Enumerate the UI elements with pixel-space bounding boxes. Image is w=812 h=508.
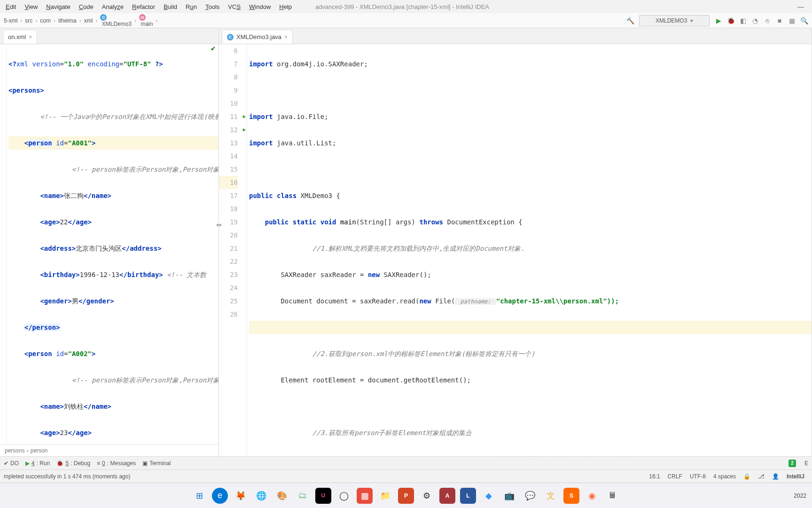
profiler-icon[interactable]: ◔	[750, 16, 760, 26]
app-icon[interactable]: 文	[543, 488, 559, 504]
wechat-icon[interactable]: 💬	[522, 488, 538, 504]
os-taskbar: ⊞ e 🦊 🌐 🎨 🗂 IJ ◯ ▦ 📁 P ⚙ A L ◆ 📺 💬 文 S ◉…	[0, 483, 812, 508]
editor-split: on.xml × ✔ <?xml version="1.0" encoding=…	[0, 28, 812, 456]
right-editor: ⇔ C XMLDemo3.java × 67891011121314151617…	[219, 28, 812, 456]
window-title: advanced-399 - XMLDemo3.java [chapter-15…	[315, 3, 489, 10]
build-icon[interactable]: 🔨	[625, 16, 635, 26]
bc-item[interactable]: person	[31, 447, 48, 454]
app-icon[interactable]: 🗂	[295, 488, 311, 504]
explorer-icon[interactable]: 📁	[377, 488, 393, 504]
layout-icon[interactable]: ▦	[787, 16, 797, 26]
left-tab-bar: on.xml ×	[0, 28, 219, 44]
dingtalk-icon[interactable]: ◆	[481, 488, 497, 504]
ide-brand: IntelliJ	[787, 473, 804, 480]
xml-code-area[interactable]: <?xml version="1.0" encoding="UTF-8" ?> …	[0, 44, 219, 456]
git-icon[interactable]: ⎇	[758, 473, 765, 480]
app-icon[interactable]: ▦	[357, 488, 373, 504]
close-icon[interactable]: ×	[284, 34, 288, 40]
file-label: XMLDemo3.java	[236, 33, 281, 40]
file-encoding[interactable]: UTF-8	[690, 473, 706, 480]
left-editor: on.xml × ✔ <?xml version="1.0" encoding=…	[0, 28, 219, 456]
attach-icon[interactable]: ⎋	[762, 16, 773, 26]
lock-icon[interactable]: 🔒	[743, 473, 750, 480]
start-icon[interactable]: ⊞	[191, 488, 207, 504]
calculator-icon[interactable]: 🖩	[605, 488, 621, 504]
event-log-toolwindow[interactable]: E	[804, 460, 808, 467]
postman-icon[interactable]: ◉	[584, 488, 600, 504]
right-tab-bar: C XMLDemo3.java ×	[219, 28, 812, 44]
menu-window[interactable]: Window	[245, 1, 274, 12]
crumb-module[interactable]: 5-xml	[2, 16, 19, 25]
java-code-area[interactable]: 67891011121314151617181920212223242526 ▶…	[219, 44, 812, 456]
status-bar: mpleted successfully in 1 s 474 ms (mome…	[0, 469, 812, 483]
menubar: EEditdit View Navigate Code Analyze Refa…	[0, 0, 812, 13]
java-code[interactable]: import org.dom4j.io.SAXReader; import ja…	[247, 44, 812, 456]
intellij-icon[interactable]: IJ	[315, 488, 331, 504]
menu-help[interactable]: Help	[275, 1, 296, 12]
caret-position[interactable]: 16:1	[649, 473, 660, 480]
edge-icon[interactable]: e	[212, 488, 228, 504]
run-icon[interactable]: ▶	[713, 16, 724, 26]
status-message: mpleted successfully in 1 s 474 ms (mome…	[4, 473, 130, 480]
minimize-button[interactable]: —	[791, 3, 810, 10]
xml-path-breadcrumb: persons › person	[0, 444, 219, 456]
crumb[interactable]: itheima	[56, 16, 78, 25]
run-gutter-icon[interactable]: ▶	[241, 110, 248, 123]
paint-icon[interactable]: 🎨	[274, 488, 290, 504]
tab-xmldemo3-java[interactable]: C XMLDemo3.java ×	[222, 30, 293, 44]
app-icon[interactable]: L	[460, 488, 476, 504]
menu-vcs[interactable]: VCS	[224, 1, 244, 12]
coverage-icon[interactable]: ◧	[738, 16, 748, 26]
menu-analyze[interactable]: Analyze	[98, 1, 127, 12]
tab-person-xml[interactable]: on.xml ×	[3, 30, 37, 44]
settings-icon[interactable]: ⚙	[419, 488, 435, 504]
todo-toolwindow[interactable]: ✔ DO	[4, 460, 19, 467]
analysis-ok-icon: ✔	[211, 45, 216, 52]
tool-window-bar: ✔ DO ▶ 4: Run 🐞 5: Debug ≡ 0: Messages ▣…	[0, 456, 812, 469]
debug-toolwindow[interactable]: 🐞 5: Debug	[56, 460, 90, 467]
navigation-bar: 5-xml› src› com› itheima› xml› C XMLDemo…	[0, 13, 812, 28]
file-label: on.xml	[8, 33, 26, 40]
crumb[interactable]: com	[38, 16, 53, 25]
taskbar-clock[interactable]: 2022	[794, 492, 806, 499]
stop-icon[interactable]: ■	[774, 16, 785, 26]
menu-edit[interactable]: EEditdit	[2, 1, 20, 12]
splitter-handle[interactable]: ⇔	[216, 221, 220, 229]
menu-view[interactable]: View	[21, 1, 41, 12]
firefox-icon[interactable]: 🦊	[233, 488, 249, 504]
crumb-method[interactable]: m main	[137, 13, 155, 28]
crumb-class[interactable]: C XMLDemo3	[98, 13, 133, 28]
run-toolwindow[interactable]: ▶ 4: Run	[25, 460, 50, 467]
breadcrumbs: 5-xml› src› com› itheima› xml› C XMLDemo…	[2, 13, 157, 28]
xml-code[interactable]: <?xml version="1.0" encoding="UTF-8" ?> …	[7, 44, 219, 456]
run-gutter-icon[interactable]: ▶	[241, 123, 248, 136]
menu-run[interactable]: Run	[182, 1, 201, 12]
chrome-icon[interactable]: 🌐	[253, 488, 269, 504]
menu-tools[interactable]: Tools	[202, 1, 223, 12]
menu-navigate[interactable]: Navigate	[42, 1, 74, 12]
terminal-toolwindow[interactable]: ▣ Terminal	[142, 460, 171, 467]
access-icon[interactable]: A	[439, 488, 455, 504]
menu-build[interactable]: Build	[160, 1, 181, 12]
line-separator[interactable]: CRLF	[668, 473, 682, 480]
line-number-gutter: 67891011121314151617181920212223242526	[219, 44, 241, 456]
close-icon[interactable]: ×	[29, 34, 32, 40]
debug-icon[interactable]: 🐞	[726, 16, 736, 26]
bc-item[interactable]: persons	[5, 447, 25, 454]
powerpoint-icon[interactable]: P	[398, 488, 414, 504]
obs-icon[interactable]: ◯	[336, 488, 352, 504]
run-config-selector[interactable]: XMLDEMO3 ▾	[639, 15, 710, 26]
event-log-badge[interactable]: 2	[789, 460, 796, 467]
java-class-icon: C	[227, 34, 234, 40]
search-everywhere-icon[interactable]: 🔍	[799, 16, 809, 26]
menu-code[interactable]: Code	[75, 1, 97, 12]
crumb[interactable]: xml	[82, 16, 95, 25]
indent-setting[interactable]: 4 spaces	[713, 473, 736, 480]
menu-refactor[interactable]: Refactor	[128, 1, 159, 12]
crumb[interactable]: src	[23, 16, 34, 25]
app-icon[interactable]: S	[563, 488, 579, 504]
inspections-icon[interactable]: 👤	[772, 473, 779, 480]
bilibili-icon[interactable]: 📺	[501, 488, 517, 504]
messages-toolwindow[interactable]: ≡ 0: Messages	[97, 460, 136, 467]
